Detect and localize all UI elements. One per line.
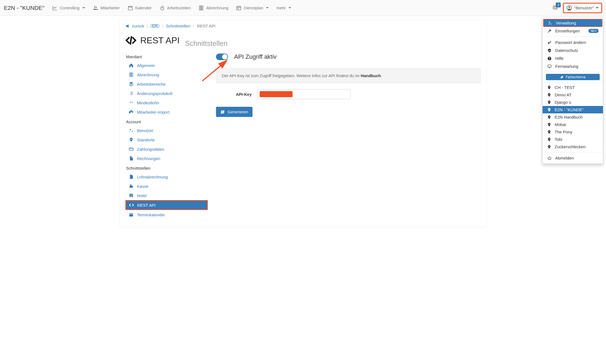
power-icon xyxy=(547,156,552,160)
caret-down-icon xyxy=(596,7,599,9)
credit-card-icon xyxy=(129,147,134,152)
context-item[interactable]: Demo AT xyxy=(543,91,603,99)
nav-abrechnung-label: Abrechnung xyxy=(206,5,228,10)
context-item[interactable]: CH - TEST xyxy=(543,84,603,91)
context-item[interactable]: E2N - "KUNDE" xyxy=(543,106,603,113)
sidebar-item-mindestlohn[interactable]: Mindestlohn xyxy=(125,98,208,107)
sidebar-item-arbeitsbereiche[interactable]: Arbeitsbereiche xyxy=(125,79,208,89)
api-key-label: API-Key xyxy=(216,92,252,97)
chart-line-icon xyxy=(52,5,58,11)
sidebar-item-hotel[interactable]: Hotel xyxy=(125,191,208,200)
sidebar-item-aenderungsprotokoll[interactable]: Änderungsprotokoll xyxy=(125,89,208,98)
nav-kalender[interactable]: Kalender xyxy=(128,5,152,11)
context-item[interactable]: The Pony xyxy=(543,128,603,136)
paintbrush-icon xyxy=(560,75,564,79)
sidebar-item-lohnabrechnung[interactable]: Lohnabrechnung xyxy=(125,172,208,181)
divider xyxy=(543,37,603,37)
sidebar-item-restapi[interactable]: REST API xyxy=(125,200,208,210)
breadcrumb-back[interactable]: zurück xyxy=(132,24,144,28)
context-item[interactable]: E2N Handbuch xyxy=(543,113,603,121)
color-scheme-button[interactable]: Farbschema xyxy=(546,74,600,80)
stopwatch-icon xyxy=(159,5,165,11)
e2n-small-badge[interactable]: E2N xyxy=(151,24,159,28)
generate-button[interactable]: Generieren xyxy=(216,107,252,117)
svg-point-14 xyxy=(548,42,549,44)
sidebar-item-kasse[interactable]: Kasse xyxy=(125,181,208,191)
sidebar-item-zahlungsdaten[interactable]: Zahlungsdaten xyxy=(125,144,208,154)
divider xyxy=(543,152,603,152)
context-item[interactable]: Mobar xyxy=(543,121,603,128)
dd-abmelden[interactable]: Abmelden xyxy=(543,154,603,162)
svg-point-21 xyxy=(549,109,549,110)
sidebar-item-rechnungen[interactable]: Rechnungen xyxy=(125,154,208,163)
user-menu-button[interactable]: "Benutzer" xyxy=(563,3,602,13)
sidebar-item-label: Benutzer xyxy=(137,128,153,133)
nav-abrechnung[interactable]: Abrechnung xyxy=(198,5,228,11)
nav-mehr[interactable]: mehr xyxy=(276,5,291,10)
sidebar-item-mitarbeiterimport[interactable]: Mitarbeiter-Import xyxy=(125,107,208,117)
page-title-text: REST API xyxy=(140,35,179,46)
breadcrumb-current: REST API xyxy=(197,24,215,28)
svg-rect-7 xyxy=(201,8,203,10)
page-subtitle: Schnittstellen xyxy=(185,39,228,48)
api-info-box: Der API-Key ist zum Zugriff freigegeben.… xyxy=(216,68,481,83)
sidebar-item-label: Standorte xyxy=(137,138,155,142)
context-item[interactable]: Zuckerschlecken xyxy=(543,143,603,150)
context-item[interactable]: Django`s xyxy=(543,99,603,106)
file-icon xyxy=(129,156,134,161)
content-area: API Zugriff aktiv Der API-Key ist zum Zu… xyxy=(211,52,481,219)
neu-badge: NEU xyxy=(588,29,599,33)
dd-einstellungen[interactable]: Einstellungen NEU xyxy=(543,27,603,35)
dd-verwaltung[interactable]: Verwaltung xyxy=(543,19,602,27)
svg-point-19 xyxy=(549,94,549,95)
nav-mitarbeiter-label: Mitarbeiter xyxy=(100,5,120,10)
nav-mitarbeiter[interactable]: Mitarbeiter xyxy=(93,5,120,11)
svg-rect-30 xyxy=(131,75,133,77)
dd-passwort[interactable]: Passwort ändern xyxy=(543,38,603,46)
context-label: Demo AT xyxy=(555,93,571,97)
breadcrumb-schnittstellen[interactable]: Schnittstellen xyxy=(166,24,190,28)
handbuch-link[interactable]: Handbuch xyxy=(361,73,381,78)
sidebar-section-schnittstellen: Schnittstellen xyxy=(125,163,208,172)
users-cog-icon xyxy=(129,128,134,133)
context-label: Tobi xyxy=(555,137,562,142)
dd-fernwartung[interactable]: Fernwartung xyxy=(543,62,603,70)
sidebar-item-abrechnung[interactable]: Abrechnung xyxy=(125,70,208,79)
api-toggle-row: API Zugriff aktiv xyxy=(216,53,481,60)
sidebar-item-label: REST API xyxy=(137,203,156,208)
context-label: Django`s xyxy=(555,100,571,105)
sidebar-item-terminkalender[interactable]: Terminkalender xyxy=(125,210,208,219)
sidebar-item-allgemein[interactable]: Allgemein xyxy=(125,61,208,70)
map-marker-icon xyxy=(547,130,551,134)
svg-point-32 xyxy=(132,131,133,132)
news-button[interactable]: 3 xyxy=(552,5,558,11)
svg-rect-36 xyxy=(130,184,131,186)
svg-rect-8 xyxy=(237,6,241,10)
nav-controlling[interactable]: Controlling xyxy=(52,5,85,11)
dd-passwort-label: Passwort ändern xyxy=(555,40,586,45)
cloud-upload-icon xyxy=(129,110,134,114)
sidebar-item-standorte[interactable]: Standorte xyxy=(125,135,208,144)
svg-rect-29 xyxy=(130,75,131,77)
nav-arbeitszeiten[interactable]: Arbeitszeiten xyxy=(159,5,191,11)
context-item[interactable]: Tobi xyxy=(543,136,603,143)
cash-register-icon xyxy=(129,184,134,189)
api-key-input[interactable] xyxy=(257,89,350,99)
desktop-icon xyxy=(547,64,552,69)
money-icon xyxy=(129,100,134,105)
api-access-toggle[interactable] xyxy=(216,54,228,60)
sidebar-item-label: Terminkalender xyxy=(137,212,165,217)
dd-datenschutz[interactable]: Datenschutz xyxy=(543,46,603,54)
svg-rect-39 xyxy=(131,195,132,195)
context-label: Zuckerschlecken xyxy=(555,144,586,149)
dd-datenschutz-label: Datenschutz xyxy=(555,48,578,53)
generate-label: Generieren xyxy=(228,110,248,114)
caret-down-icon xyxy=(82,7,85,9)
svg-rect-35 xyxy=(130,186,133,188)
sidebar-section-mandant: Mandant xyxy=(125,52,208,61)
list-icon xyxy=(129,91,134,96)
nav-dienstplan[interactable]: Dienstplan xyxy=(236,5,269,11)
dd-hilfe[interactable]: Hilfe xyxy=(543,54,603,62)
nav-mehr-label: mehr xyxy=(276,5,286,10)
sidebar-item-benutzer[interactable]: Benutzer xyxy=(125,126,208,135)
